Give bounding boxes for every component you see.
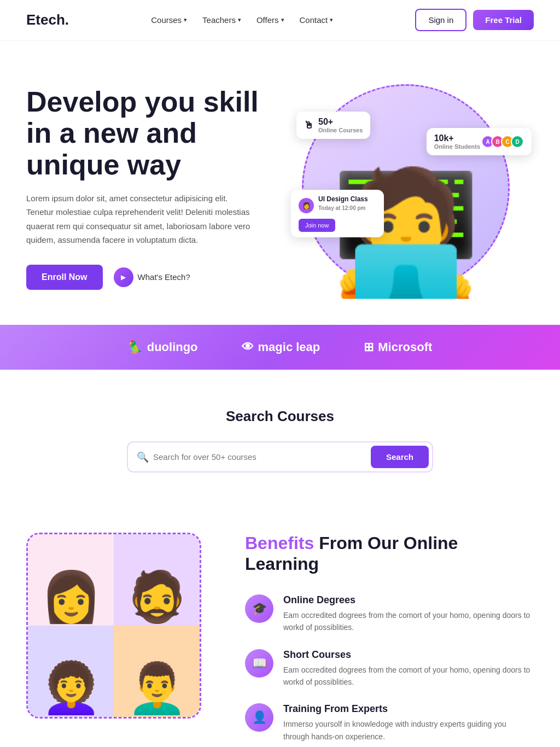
hero-left: Develop you skill in a new and unique wa… — [26, 86, 278, 290]
training-icon: 👤 — [245, 703, 273, 732]
search-input[interactable] — [153, 452, 371, 462]
nav-links: Courses Teachers Offers Contact — [151, 15, 333, 25]
badge-students-text: 10k+ Online Students — [434, 133, 480, 150]
partners-strip: 🦜 duolingo 👁 magic leap ⊞ Microsoft — [0, 325, 560, 370]
benefit-degrees-text: Online Degrees Eam occredited dogrees fr… — [283, 594, 534, 634]
badge-courses-text: 50+ Online Courses — [318, 117, 363, 133]
benefit-training-title: Training From Experts — [283, 703, 534, 715]
join-class-button[interactable]: Join now — [299, 219, 335, 232]
hero-title: Develop you skill in a new and unique wa… — [26, 86, 278, 180]
microsoft-label: Microsoft — [378, 340, 432, 354]
partner-duolingo: 🦜 duolingo — [128, 340, 198, 354]
partner-microsoft: ⊞ Microsoft — [364, 340, 432, 354]
microsoft-icon: ⊞ — [364, 340, 374, 354]
cursor-icon: 🖱 — [304, 120, 314, 131]
avatar-4: D — [511, 135, 524, 148]
student-avatars: A B C D — [485, 135, 524, 148]
badge-students-label: Online Students — [434, 143, 480, 150]
benefit-courses-title: Short Courses — [283, 649, 534, 661]
search-title: Search Courses — [26, 408, 534, 425]
hero-section: Develop you skill in a new and unique wa… — [0, 40, 560, 325]
grid-person-1: 👩 — [28, 534, 114, 626]
search-section: Search Courses 🔍 Search — [0, 370, 560, 500]
benefits-image-area: 👩 🧔 👩‍🦱 👨‍🦱 — [26, 533, 212, 719]
search-icon: 🔍 — [137, 451, 149, 463]
benefit-courses-desc: Eam occredited dogrees from the comort o… — [283, 664, 534, 688]
free-trial-button[interactable]: Free Trial — [473, 10, 534, 30]
hero-buttons: Enroll Now ▶ What's Etech? — [26, 265, 278, 290]
play-icon: ▶ — [114, 267, 133, 287]
benefit-training-text: Training From Experts Immerso yoursolf i… — [283, 703, 534, 743]
benefit-degrees-title: Online Degrees — [283, 594, 534, 606]
hero-right: 🧑‍💻 🖱 50+ Online Courses 10k+ Online Stu… — [278, 73, 534, 303]
degrees-icon: 🎓 — [245, 594, 273, 623]
search-button[interactable]: Search — [371, 446, 429, 468]
badge-class-title: UI Design Class — [318, 195, 368, 203]
class-avatar: 👩 — [299, 198, 314, 213]
partner-magicleap: 👁 magic leap — [242, 340, 320, 354]
benefit-training-desc: Immerso yoursolf in knowledoge with indu… — [283, 718, 534, 743]
whats-label: What's Etech? — [138, 272, 190, 282]
magicleap-label: magic leap — [258, 340, 320, 354]
enroll-now-button[interactable]: Enroll Now — [26, 265, 103, 290]
nav-actions: Sign in Free Trial — [415, 9, 534, 31]
benefits-title-highlight: Benefits — [245, 533, 314, 553]
benefits-section: 👩 🧔 👩‍🦱 👨‍🦱 Benefits From Our Online Lea… — [0, 500, 560, 747]
benefits-title: Benefits From Our Online Learning — [245, 533, 534, 575]
benefits-grid: 👩 🧔 👩‍🦱 👨‍🦱 — [26, 533, 201, 719]
nav-contact[interactable]: Contact — [300, 15, 334, 25]
signin-button[interactable]: Sign in — [415, 9, 466, 31]
grid-person-4: 👨‍🦱 — [114, 626, 200, 717]
duolingo-icon: 🦜 — [128, 340, 143, 354]
nav-teachers[interactable]: Teachers — [202, 15, 241, 25]
benefit-short-courses: 📖 Short Courses Eam occredited dogrees f… — [245, 649, 534, 688]
badge-class-details: UI Design Class Today at 12:00 pm — [318, 195, 368, 215]
badge-students: 10k+ Online Students A B C D — [427, 128, 532, 155]
badge-class: 👩 UI Design Class Today at 12:00 pm Join… — [291, 190, 384, 237]
benefit-online-degrees: 🎓 Online Degrees Eam occredited dogrees … — [245, 594, 534, 634]
duolingo-label: duolingo — [147, 340, 198, 354]
badge-students-count: 10k+ — [434, 133, 480, 143]
badge-courses-label: Online Courses — [318, 127, 363, 133]
search-bar: 🔍 Search — [127, 441, 433, 472]
nav-courses[interactable]: Courses — [151, 15, 187, 25]
benefits-content: Benefits From Our Online Learning 🎓 Onli… — [245, 533, 534, 747]
benefit-courses-text: Short Courses Eam occredited dogrees fro… — [283, 649, 534, 688]
benefit-degrees-desc: Eam occredited dogrees from the comort o… — [283, 609, 534, 634]
courses-icon: 📖 — [245, 649, 273, 678]
nav-offers[interactable]: Offers — [256, 15, 284, 25]
hero-description: Lorem ipsum dolor sit, amet consectetur … — [26, 191, 256, 247]
magicleap-icon: 👁 — [242, 340, 254, 354]
benefit-training: 👤 Training From Experts Immerso yoursolf… — [245, 703, 534, 743]
grid-person-3: 👩‍🦱 — [28, 626, 114, 717]
whats-etech-button[interactable]: ▶ What's Etech? — [114, 267, 190, 287]
badge-courses-count: 50+ — [318, 117, 363, 127]
grid-person-2: 🧔 — [114, 534, 200, 626]
badge-class-time: Today at 12:00 pm — [318, 205, 368, 211]
badge-courses: 🖱 50+ Online Courses — [296, 112, 370, 139]
site-logo[interactable]: Etech. — [26, 11, 69, 28]
